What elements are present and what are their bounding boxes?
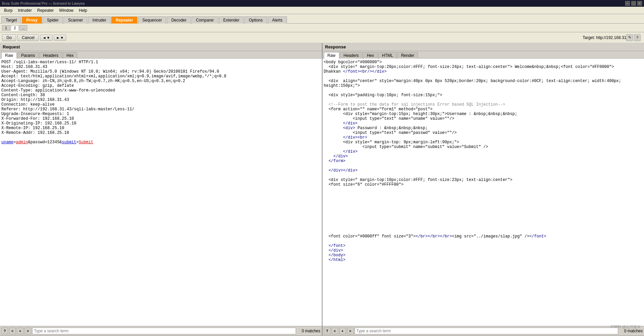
nav-prev-dropdown[interactable]: ▼	[46, 36, 50, 40]
watermark: CSDN @山川追水	[611, 324, 641, 329]
tab-extender[interactable]: Extender	[219, 16, 244, 24]
main-content: Request Raw Params Headers Hex POST /sql…	[0, 43, 644, 335]
nav-next-icon: ►	[56, 36, 60, 40]
request-search-options[interactable]: >	[25, 328, 31, 334]
help-button[interactable]: ?	[634, 34, 641, 41]
request-search-next[interactable]: +	[17, 328, 24, 334]
nav-prev-icon: ◄	[42, 36, 46, 40]
minimize-button[interactable]: ─	[625, 1, 630, 6]
nav-next-group[interactable]: ► ▼	[54, 35, 66, 41]
tab-decoder[interactable]: Decoder	[167, 16, 191, 24]
response-panel: Response Raw Headers Hex HTML Render <bo…	[323, 43, 644, 335]
request-search-bar: ? < + > 0 matches	[0, 326, 322, 335]
sub-tab-more[interactable]: ...	[19, 25, 27, 31]
window-controls: ─ □ ✕	[625, 1, 642, 6]
response-search-help[interactable]: ?	[324, 328, 331, 334]
titlebar: Burp Suite Professional Pro — licensed t…	[0, 0, 644, 7]
tab-alerts[interactable]: Alerts	[268, 16, 287, 24]
edit-target-button[interactable]: ✎	[626, 34, 633, 41]
request-tab-params[interactable]: Params	[17, 52, 39, 59]
maximize-button[interactable]: □	[631, 1, 636, 6]
main-tab-bar: Target Proxy Spider Scanner Intruder Rep…	[0, 14, 644, 24]
request-search-count: 0 matches	[297, 329, 320, 333]
go-button[interactable]: Go	[2, 34, 16, 41]
request-header: Request	[0, 43, 322, 51]
tab-options[interactable]: Options	[245, 16, 267, 24]
response-search-options[interactable]: >	[347, 328, 354, 334]
response-search-next[interactable]: +	[339, 328, 346, 334]
response-search-bar: ? < + > 0 matches	[323, 326, 644, 335]
sub-tab-1[interactable]: 1	[2, 25, 10, 31]
tab-intruder[interactable]: Intruder	[88, 16, 111, 24]
tab-comparer[interactable]: Comparer	[191, 16, 218, 24]
tab-target[interactable]: Target	[1, 16, 21, 24]
response-tab-headers[interactable]: Headers	[340, 52, 362, 59]
response-tab-raw[interactable]: Raw	[324, 52, 339, 59]
close-button[interactable]: ✕	[637, 1, 642, 6]
response-search-prev[interactable]: <	[332, 328, 338, 334]
tab-repeater[interactable]: Repeater	[111, 16, 137, 24]
request-tabs: Raw Params Headers Hex	[0, 51, 322, 59]
menu-burp[interactable]: Burp	[1, 7, 15, 13]
menubar: Burp Intruder Repeater Window Help	[0, 7, 644, 14]
target-label: Target: http://192.168.31.43	[583, 35, 632, 40]
response-tab-html[interactable]: HTML	[378, 52, 397, 59]
request-tab-headers[interactable]: Headers	[39, 52, 62, 59]
menu-intruder[interactable]: Intruder	[15, 7, 34, 13]
menu-help[interactable]: Help	[76, 7, 90, 13]
response-tabs: Raw Headers Hex HTML Render	[323, 51, 644, 59]
request-search-help[interactable]: ?	[1, 328, 8, 334]
menu-window[interactable]: Window	[56, 7, 76, 13]
response-tab-hex[interactable]: Hex	[363, 52, 378, 59]
cancel-button[interactable]: Cancel	[17, 34, 39, 41]
tab-sequencer[interactable]: Sequencer	[138, 16, 166, 24]
request-search-input[interactable]	[32, 328, 296, 334]
tab-proxy[interactable]: Proxy	[22, 16, 42, 24]
response-content: <body bgcolor="#000000"> <div style=" ma…	[323, 59, 644, 326]
request-content: POST /sqli-labs-master/Less-11/ HTTP/1.1…	[0, 59, 322, 326]
response-header: Response	[323, 43, 644, 51]
nav-prev-group[interactable]: ◄ ▼	[40, 35, 52, 41]
nav-next-dropdown[interactable]: ▼	[60, 36, 64, 40]
request-tab-raw[interactable]: Raw	[1, 52, 17, 59]
toolbar: Go Cancel ◄ ▼ ► ▼ Target: http://192.168…	[0, 32, 644, 43]
request-panel: Request Raw Params Headers Hex POST /sql…	[0, 43, 323, 335]
response-tab-render[interactable]: Render	[397, 52, 418, 59]
menu-repeater[interactable]: Repeater	[35, 7, 56, 13]
request-tab-hex[interactable]: Hex	[63, 52, 77, 59]
tab-spider[interactable]: Spider	[43, 16, 63, 24]
target-info: Target: http://192.168.31.43	[583, 35, 632, 40]
request-search-prev[interactable]: <	[9, 328, 16, 334]
app-title: Burp Suite Professional Pro — licensed t…	[2, 1, 85, 5]
sub-tab-bar: 1 2 ...	[0, 24, 644, 32]
response-search-input[interactable]	[355, 328, 618, 334]
sub-tab-2[interactable]: 2	[11, 25, 19, 31]
tab-scanner[interactable]: Scanner	[63, 16, 87, 24]
